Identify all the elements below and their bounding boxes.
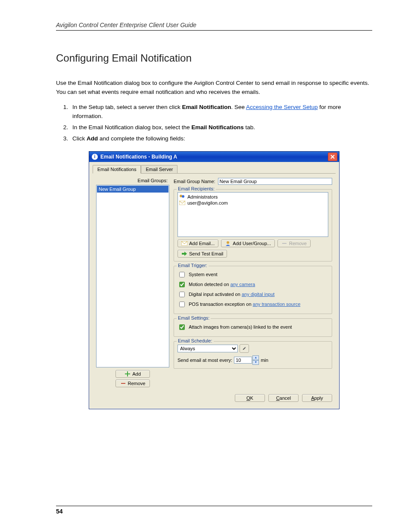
svg-rect-0 [121, 383, 125, 384]
add-label: Add [132, 371, 141, 376]
step1-text-c: . See [231, 104, 246, 110]
interval-unit: min [261, 358, 268, 363]
send-test-email-button[interactable]: Send Test Email [177, 250, 227, 258]
step2-text-a: In the Email Notification dialog box, se… [72, 124, 191, 131]
step2-tab: Email Notifications [191, 124, 244, 131]
close-button[interactable] [328, 152, 337, 161]
svg-point-1 [180, 195, 182, 197]
apply-button[interactable]: Apply [302, 394, 332, 402]
any-transaction-source-link[interactable]: any transaction source [253, 302, 301, 307]
add-usergroup-button[interactable]: Add User/Group... [221, 240, 275, 247]
step1-menu: Email Notification [182, 104, 231, 110]
plus-icon [125, 371, 131, 376]
step-number: 1. [56, 103, 72, 121]
recipient-label: user@avigilon.com [187, 200, 228, 205]
minus-icon [120, 381, 126, 386]
pencil-icon [243, 346, 246, 351]
step3-text-c: and complete the following fields: [98, 135, 185, 142]
step-number: 2. [56, 123, 72, 132]
group-name-label: Email Group Name: [174, 179, 215, 184]
add-email-button[interactable]: Add Email... [177, 240, 218, 247]
step3-text-a: Click [72, 135, 87, 142]
step1-link[interactable]: Accessing the Server Setup [246, 104, 318, 110]
remove-recipient-button[interactable]: Remove [277, 240, 311, 247]
list-item-user[interactable]: user@avigilon.com [179, 200, 327, 206]
cancel-button[interactable]: Cancel [268, 394, 299, 402]
svg-rect-6 [282, 243, 286, 244]
usergroup-icon [179, 194, 185, 199]
trigger-legend: Email Trigger: [177, 263, 209, 268]
section-title: Configuring Email Notification [56, 52, 372, 64]
digital-label-a: Digital input activated on [189, 292, 242, 297]
email-groups-label: Email Groups: [96, 178, 169, 183]
schedule-select[interactable]: Always [177, 345, 238, 352]
recipients-group: Email Recipients: Administrators [174, 189, 332, 261]
interval-label: Send email at most every: [177, 358, 232, 363]
send-test-label: Send Test Email [189, 251, 223, 256]
step2-text-c: tab. [244, 124, 255, 131]
settings-legend: Email Settings: [177, 315, 211, 320]
list-item-admins[interactable]: Administrators [179, 194, 327, 200]
pos-label-a: POS transaction exception on [189, 302, 253, 307]
user-icon [225, 241, 231, 246]
minus-icon [281, 241, 287, 246]
tab-email-notifications[interactable]: Email Notifications [93, 165, 141, 174]
recipients-listbox[interactable]: Administrators user@avigilon.com [177, 192, 328, 237]
digital-input-checkbox[interactable] [179, 292, 185, 297]
spinner-arrows[interactable]: ▲▼ [252, 355, 259, 365]
attach-images-checkbox[interactable] [179, 324, 185, 330]
intro-paragraph: Use the Email Notification dialog box to… [56, 79, 372, 97]
system-event-checkbox[interactable] [179, 272, 185, 277]
page-number: 54 [56, 506, 372, 515]
motion-checkbox[interactable] [179, 282, 185, 287]
svg-point-5 [227, 241, 229, 244]
tab-email-server[interactable]: Email Server [141, 165, 177, 174]
motion-label-a: Motion detected on [189, 282, 230, 287]
recipients-legend: Email Recipients: [177, 186, 216, 191]
attach-images-label: Attach images from camera(s) linked to t… [189, 324, 292, 330]
arrow-right-icon [181, 251, 187, 256]
add-usergroup-label: Add User/Group... [233, 241, 271, 246]
ok-button[interactable]: OK [235, 394, 265, 402]
email-notifications-dialog: i Email Notifications - Building A Email… [89, 151, 339, 409]
step1-text-a: In the Setup tab, select a server then c… [72, 104, 182, 110]
mail-icon [181, 241, 187, 246]
info-icon: i [92, 154, 98, 160]
remove-group-button[interactable]: Remove [115, 380, 150, 387]
interval-input[interactable] [234, 357, 252, 364]
dialog-titlebar: i Email Notifications - Building A [89, 152, 339, 162]
email-trigger-group: Email Trigger: System event Motion detec… [174, 266, 332, 314]
email-schedule-group: Email Schedule: Always Send email [174, 341, 332, 369]
step-number: 3. [56, 134, 72, 143]
dialog-title: Email Notifications - Building A [100, 154, 328, 160]
any-camera-link[interactable]: any camera [230, 282, 255, 287]
add-email-label: Add Email... [189, 241, 215, 246]
procedure-steps: 1. In the Setup tab, select a server the… [56, 103, 372, 143]
any-digital-input-link[interactable]: any digital input [242, 292, 274, 297]
schedule-legend: Email Schedule: [177, 338, 214, 343]
group-name-input[interactable] [218, 178, 332, 185]
email-groups-listbox[interactable]: New Email Group [96, 185, 169, 367]
remove-recipient-label: Remove [289, 241, 307, 246]
system-event-label: System event [189, 272, 218, 277]
step3-button: Add [87, 135, 98, 142]
recipient-label: Administrators [187, 194, 218, 199]
document-header: Avigilon Control Center Enterprise Clien… [56, 22, 372, 31]
remove-label: Remove [128, 381, 146, 386]
mail-icon [179, 200, 185, 205]
pos-checkbox[interactable] [179, 302, 185, 307]
add-group-button[interactable]: Add [115, 370, 150, 378]
email-settings-group: Email Settings: Attach images from camer… [174, 318, 332, 337]
svg-point-2 [182, 195, 184, 198]
edit-schedule-button[interactable] [240, 344, 249, 353]
list-item-new-group[interactable]: New Email Group [97, 186, 168, 193]
